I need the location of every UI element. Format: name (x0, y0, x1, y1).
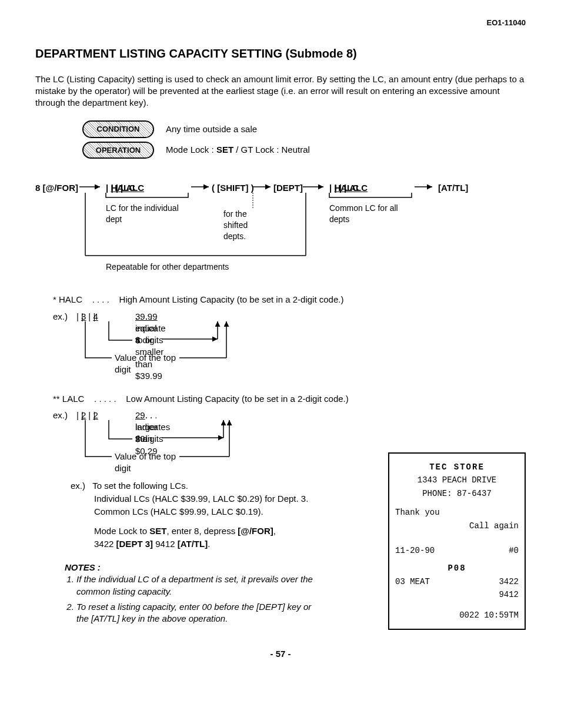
condition-text: Any time outside a sale (166, 123, 257, 135)
lalc-def: ** LALC . . . . . Low Amount Listing Cap… (53, 393, 526, 405)
page-title: DEPARTMENT LISTING CAPACITY SETTING (Sub… (35, 46, 526, 62)
flow-diagram: 8 [@/FOR] | HALC | | LALC | ( [SHIFT] ) … (35, 176, 526, 288)
flow-repeat: Repeatable for other departments (106, 261, 229, 273)
setting-example: ex.) To set the following LCs. Individua… (71, 480, 323, 550)
receipt-sample: TEC STORE 1343 PEACH DRIVE PHONE: 87-643… (388, 452, 526, 630)
note-1: If the individual LC of a department is … (76, 573, 318, 598)
note-2: To reset a listing capacity, enter 00 be… (76, 601, 318, 625)
condition-lozenge: CONDITION (82, 120, 154, 138)
halc-example: ex.) | 3 | | 4 | . . . . indicate $39.99… (53, 311, 526, 375)
intro-paragraph: The LC (Listing Capacity) setting is use… (35, 73, 526, 109)
notes-section: NOTES : If the individual LC of a depart… (65, 562, 318, 625)
page-number: - 57 - (35, 648, 526, 660)
operation-text: Mode Lock : SET / GT Lock : Neutral (166, 144, 310, 156)
flow-start: 8 [@/FOR] (35, 182, 78, 194)
flow-note-2: for the shifted depts. (223, 209, 271, 242)
doc-id: EO1-11040 (35, 18, 526, 28)
operation-lozenge: OPERATION (82, 142, 154, 159)
halc-def: * HALC . . . . High Amount Listing Capac… (53, 294, 526, 306)
flow-note-3: Common LC for all depts (329, 203, 412, 225)
flow-note-1: LC for the individual dept (106, 203, 194, 225)
